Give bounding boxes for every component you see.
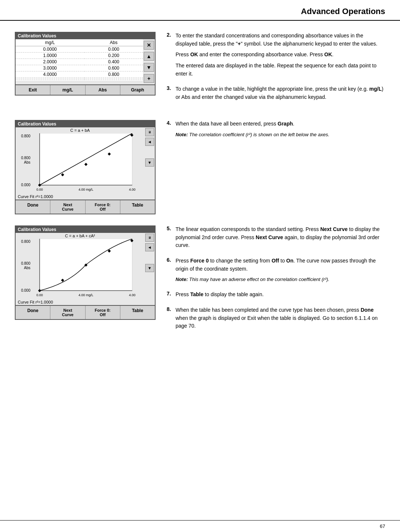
table-row: 0.00000.000 [16,46,143,53]
col-header-mgl: mg/L [16,39,84,46]
table-area: mg/L Abs 0.00000.0001.00000.2002.00000.4… [16,39,143,84]
add-button[interactable]: + [144,74,154,83]
step-6-number: 6. [167,257,176,287]
step-2-content: To enter the standard concentrations and… [176,32,385,81]
page-header: Advanced Operations [0,0,400,21]
graph1-content: 0.800 0.800Abs 0.000 [16,133,144,194]
done-button-1[interactable]: Done [16,200,50,214]
table-cell: 2.0000 [16,59,84,65]
step-4-row: 4. When the data have all been entered, … [167,120,385,141]
page-number: 67 [380,523,385,529]
step-4-note: Note: The correlation coefficient (r²) i… [176,131,385,138]
table-with-buttons: mg/L Abs 0.00000.0001.00000.2002.00000.4… [16,39,155,84]
graph1-y-max: 0.800 [21,134,30,138]
step-7-content: Press Table to display the table again. [176,291,385,302]
step-7-number: 7. [167,291,176,302]
step-3-content: To change a value in the table, highligh… [176,85,385,104]
graph2-y-axis: 0.800 0.800Abs 0.000 [16,239,31,299]
svg-text:4.00 mg/L: 4.00 mg/L [79,188,93,191]
table-button-1[interactable]: Table [120,200,155,214]
graph2-side-btns: 🖥 ◄ ▼ [144,233,155,299]
graph2-content: 0.800 0.800Abs 0.000 [16,239,144,299]
next-curve-button-2[interactable]: NextCurve [50,306,85,319]
delete-button[interactable]: ✕ [144,41,154,50]
step-8-part-1: When the table has been completed and th… [176,306,385,330]
panel3-container: Calibration Values C = a + bA + cA² 0.80… [15,225,156,338]
step-7-row: 7. Press Table to display the table agai… [167,291,385,302]
graph1-scroll-right-icon[interactable]: ▼ [145,158,154,167]
section-1: Calibration Values mg/L Abs 0.00000.00 [15,32,385,109]
graph2-y-min: 0.000 [21,288,30,292]
steps-5-8: 5. The linear equation corresponds to th… [167,225,385,338]
step-4-number: 4. [167,120,176,141]
step-6-part-1: Press Force 0 to change the setting from… [176,257,385,273]
graph1-scroll-left-icon[interactable]: ◄ [145,138,154,146]
abs-button[interactable]: Abs [86,85,120,95]
force0-off-button-2[interactable]: Force 0:Off [86,306,120,319]
next-curve-button-1[interactable]: NextCurve [50,200,85,214]
graph2-curve-fit: Curve Fit r²=1.0000 [16,299,155,305]
table-cell [16,80,84,81]
graph1-monitor-icon[interactable]: 🖥 [145,128,154,136]
graph1-y-axis: 0.800 0.800Abs 0.000 [16,133,31,194]
table-cell [84,80,143,81]
panel3-buttons: Done NextCurve Force 0:Off Table [16,305,155,319]
graph2-y-max: 0.800 [21,240,30,244]
force0-off-button-1[interactable]: Force 0:Off [86,200,120,214]
step-6-note: Note: This may have an adverse effect on… [176,276,385,283]
graph2-svg: 0.00 4.00 mg/L 4.00 [31,239,144,298]
graph-main-2: C = a + bA + cA² 0.800 0.800Abs 0.000 [16,233,144,299]
panel3-title: Calibration Values [16,226,155,233]
graph2-scroll-left-icon[interactable]: ◄ [145,243,154,251]
section-3: Calibration Values C = a + bA + cA² 0.80… [15,225,385,338]
done-button-2[interactable]: Done [16,306,50,319]
graph-button[interactable]: Graph [120,85,155,95]
svg-text:4.00: 4.00 [129,293,136,297]
svg-text:4.00 mg/L: 4.00 mg/L [79,293,93,297]
exit-button[interactable]: Exit [16,85,50,95]
table-cell: 0.600 [84,65,143,71]
col-header-abs: Abs [84,39,143,46]
page-title: Advanced Operations [15,7,385,16]
calibration-panel-2: Calibration Values C = a + bA 0.800 0.80… [15,120,156,214]
side-buttons: ✕ ▲ ▼ + [143,39,155,84]
svg-text:4.00: 4.00 [129,188,136,191]
graph1-plot-area: 0.00 4.00 mg/L 4.00 [31,133,144,194]
graph1-side-btns: 🖥 ◄ ▼ [144,127,155,194]
step-5-row: 5. The linear equation corresponds to th… [167,225,385,252]
calibration-panel-3: Calibration Values C = a + bA + cA² 0.80… [15,225,156,320]
step-8-content: When the table has been completed and th… [176,306,385,333]
table-cell: 4.0000 [16,71,84,78]
step-4-content: When the data have all been entered, pre… [176,120,385,141]
table-row: 4.00000.800 [16,71,143,78]
svg-text:0.00: 0.00 [36,293,43,297]
calibration-panel-1: Calibration Values mg/L Abs 0.00000.00 [15,32,156,96]
step-5-part-1: The linear equation corresponds to the s… [176,225,385,250]
graph2-monitor-icon[interactable]: 🖥 [145,234,154,242]
step-7-part-1: Press Table to display the table again. [176,291,385,299]
calibration-table: mg/L Abs 0.00000.0001.00000.2002.00000.4… [16,39,143,81]
panel1-buttons: Exit mg/L Abs Graph [16,84,155,95]
table-button-2[interactable]: Table [120,306,155,319]
graph-with-buttons-1: C = a + bA 0.800 0.800Abs 0.000 [16,127,155,194]
section-2: Calibration Values C = a + bA 0.800 0.80… [15,120,385,214]
step-2-part-1: To enter the standard concentrations and… [176,32,385,48]
step-5-number: 5. [167,225,176,252]
step-5-content: The linear equation corresponds to the s… [176,225,385,252]
graph2-y-label-abs: 0.800Abs [21,261,30,270]
table-cell: 0.200 [84,53,143,59]
table-row: 1.00000.200 [16,53,143,59]
step-2-part-3: The entered data are displayed in the ta… [176,62,385,78]
up-button[interactable]: ▲ [144,52,154,61]
down-button[interactable]: ▼ [144,63,154,72]
graph1-y-min: 0.000 [21,183,30,187]
graph1-svg: 0.00 4.00 mg/L 4.00 [31,133,144,193]
page-footer: 67 [0,520,400,532]
table-cell: 0.800 [84,71,143,78]
panel2-title: Calibration Values [16,121,155,127]
graph2-scroll-right-icon[interactable]: ▼ [145,264,154,272]
mgl-button[interactable]: mg/L [50,85,85,95]
step-8-row: 8. When the table has been completed and… [167,306,385,333]
svg-text:0.00: 0.00 [36,188,43,191]
graph1-y-label-abs: 0.800Abs [21,156,30,165]
